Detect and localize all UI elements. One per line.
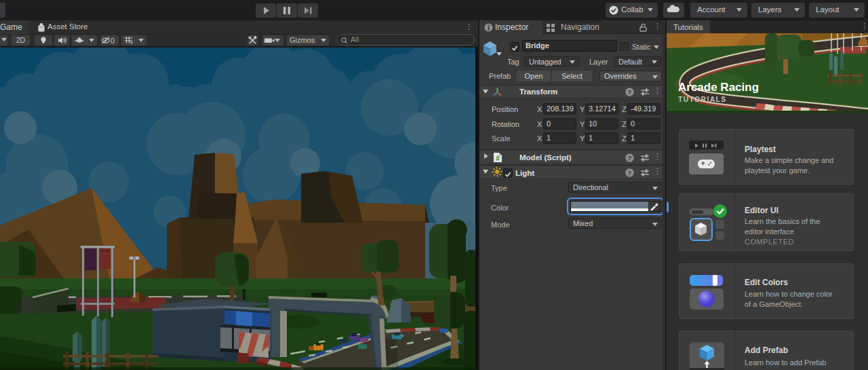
svg-text:?: ? — [628, 169, 632, 177]
svg-text:?: ? — [628, 88, 632, 96]
svg-text:0: 0 — [111, 37, 115, 45]
svg-text:?: ? — [628, 154, 632, 162]
svg-text:#: # — [496, 155, 500, 162]
